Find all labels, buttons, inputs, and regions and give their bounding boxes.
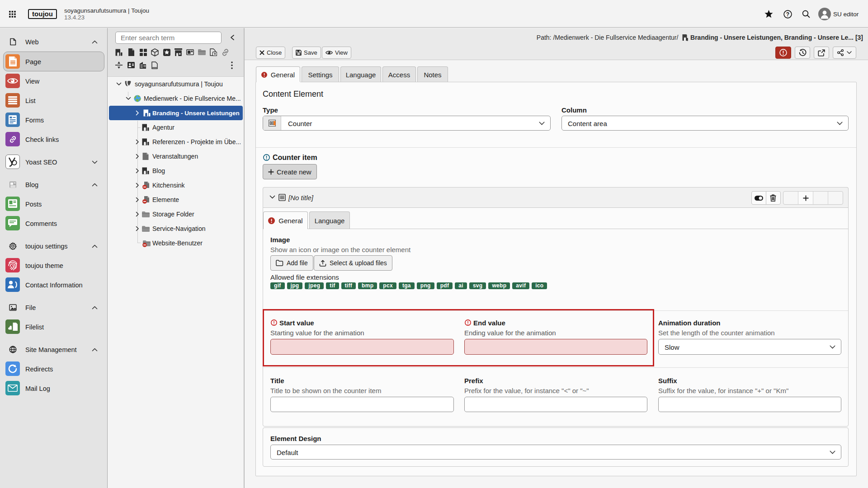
svg-text:?: ? <box>786 11 789 18</box>
